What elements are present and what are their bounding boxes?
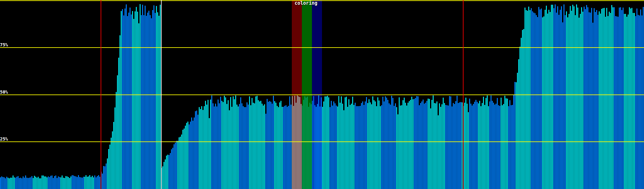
usage-bar (119, 35, 120, 189)
usage-bar (84, 177, 85, 189)
usage-bar (423, 100, 424, 189)
usage-bar (535, 13, 536, 189)
usage-bar (62, 175, 63, 189)
usage-bar (14, 177, 15, 189)
usage-bar (262, 104, 263, 189)
usage-bar (28, 178, 29, 189)
usage-bar (328, 97, 329, 189)
usage-bar (5, 178, 6, 189)
usage-bar (150, 15, 151, 189)
usage-bar (99, 177, 100, 189)
usage-bar (47, 177, 47, 189)
usage-bar (628, 14, 629, 189)
usage-bar (396, 107, 397, 189)
usage-bar (164, 162, 164, 189)
usage-bar (386, 98, 387, 189)
usage-bar (370, 102, 371, 189)
usage-bar (462, 102, 463, 189)
usage-bar (184, 129, 185, 189)
usage-bar (166, 156, 167, 189)
usage-bar (45, 176, 46, 189)
usage-bar (156, 6, 157, 189)
usage-bar (252, 98, 253, 189)
usage-bar (597, 15, 598, 189)
usage-bar (491, 95, 491, 189)
usage-bar (530, 10, 530, 189)
usage-bar (278, 107, 279, 189)
usage-bar (516, 82, 517, 189)
usage-bar (194, 117, 195, 189)
usage-bar (369, 99, 369, 189)
usage-bar (641, 15, 642, 189)
usage-bar (122, 9, 123, 189)
usage-bar (0, 177, 1, 189)
usage-bar (348, 99, 349, 189)
usage-bar (460, 102, 461, 189)
usage-bar (522, 30, 523, 189)
usage-bar (92, 176, 93, 189)
usage-bar (255, 96, 256, 189)
gridline-100pct (0, 0, 644, 1)
usage-bar (395, 103, 396, 189)
usage-bar (580, 14, 581, 189)
usage-bar (4, 177, 5, 189)
usage-bar (221, 101, 222, 189)
usage-bar (503, 104, 504, 189)
usage-bar (147, 13, 148, 189)
usage-bar (248, 105, 249, 189)
usage-bar (619, 8, 620, 189)
usage-bar (625, 14, 626, 189)
usage-bar (351, 104, 352, 189)
usage-bar (72, 175, 73, 189)
usage-bar (192, 121, 193, 189)
usage-bar (275, 103, 276, 189)
usage-bar (200, 109, 201, 189)
usage-bar (58, 176, 59, 189)
usage-bar (80, 177, 81, 189)
cpu-usage-bar-chart: 75%50%25% coloring (0, 0, 644, 189)
usage-bar (361, 103, 362, 189)
usage-bar (294, 96, 295, 189)
usage-bar (39, 178, 40, 189)
usage-bar (480, 106, 481, 189)
usage-bar (591, 8, 592, 189)
usage-bar (59, 177, 60, 189)
usage-bar (298, 96, 299, 189)
usage-bar (492, 101, 493, 189)
usage-bar (561, 6, 562, 189)
usage-bar (441, 104, 442, 189)
usage-bar (258, 100, 259, 189)
usage-bar (170, 153, 171, 189)
usage-bar (604, 8, 605, 189)
usage-bar (631, 8, 632, 189)
usage-bar (640, 9, 641, 189)
usage-bar (88, 176, 89, 189)
usage-bar (506, 98, 507, 189)
usage-bar (444, 103, 445, 189)
usage-bar (113, 122, 114, 189)
usage-bar (358, 106, 359, 189)
usage-bar (556, 13, 557, 189)
usage-bar (508, 106, 509, 189)
usage-bar (391, 96, 392, 189)
usage-bar (190, 122, 191, 189)
usage-bar (322, 107, 323, 189)
usage-bar (380, 106, 381, 189)
usage-bar (321, 97, 322, 189)
usage-bar (521, 38, 522, 189)
coloring-label: coloring (295, 1, 317, 6)
usage-bar (599, 11, 600, 189)
usage-bar (68, 177, 69, 189)
usage-bar (208, 100, 208, 189)
usage-bar (621, 10, 622, 189)
usage-bar (91, 177, 92, 189)
usage-bar (525, 8, 525, 189)
usage-bar (126, 4, 127, 189)
usage-bar (283, 107, 284, 189)
usage-bar (390, 105, 391, 189)
usage-bar (291, 105, 291, 189)
usage-bar (15, 178, 16, 189)
usage-bar (151, 18, 152, 189)
usage-bar (569, 14, 569, 189)
usage-bar (206, 105, 207, 189)
